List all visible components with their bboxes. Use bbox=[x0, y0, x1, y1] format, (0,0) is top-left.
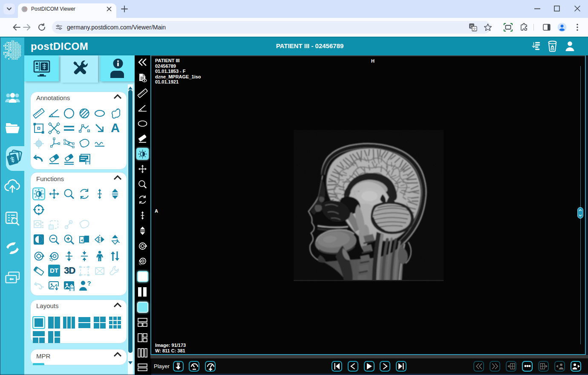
svg-text:?: ? bbox=[87, 280, 91, 287]
svg-text:文: 文 bbox=[473, 27, 476, 31]
